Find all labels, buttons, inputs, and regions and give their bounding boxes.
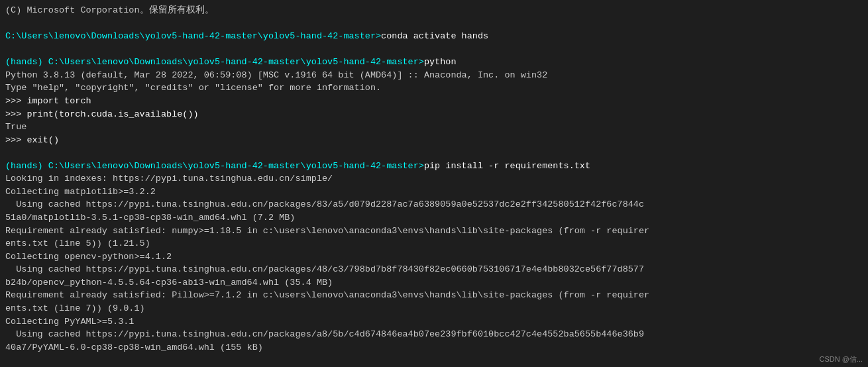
line-21: Using cached https://pypi.tuna.tsinghua.… bbox=[5, 263, 863, 276]
cmd-3: pip install -r requirements.txt bbox=[424, 161, 590, 171]
line-4 bbox=[5, 43, 863, 56]
line-11: >>> exit() bbox=[5, 134, 863, 147]
cmd-1: conda activate hands bbox=[381, 31, 488, 41]
line-19: ents.txt (line 5)) (1.21.5) bbox=[5, 237, 863, 250]
prompt-path-1: C:\Users\lenovo\Downloads\yolov5-hand-42… bbox=[5, 31, 381, 41]
line-25: Collecting PyYAML>=5.3.1 bbox=[5, 315, 863, 329]
line-27: 40a7/PyYAML-6.0-cp38-cp38-win_amd64.whl … bbox=[5, 341, 863, 354]
line-22: b24b/opencv_python-4.5.5.64-cp36-abi3-wi… bbox=[5, 276, 863, 289]
line-12 bbox=[5, 146, 863, 160]
line-20: Collecting opencv-python>=4.1.2 bbox=[5, 250, 863, 264]
line-3: C:\Users\lenovo\Downloads\yolov5-hand-42… bbox=[5, 30, 863, 43]
line-2 bbox=[5, 17, 863, 30]
line-5: (hands) C:\Users\lenovo\Downloads\yolov5… bbox=[5, 56, 863, 69]
line-18: Requirement already satisfied: numpy>=1.… bbox=[5, 225, 863, 238]
prompt-path-2: (hands) C:\Users\lenovo\Downloads\yolov5… bbox=[5, 57, 424, 67]
repl-prompt-2: >>> bbox=[5, 109, 27, 119]
repl-cmd-1: import torch bbox=[27, 96, 91, 106]
repl-prompt-1: >>> bbox=[5, 96, 27, 106]
line-16: Using cached https://pypi.tuna.tsinghua.… bbox=[5, 198, 863, 211]
line-24: ents.txt (line 7)) (9.0.1) bbox=[5, 302, 863, 315]
line-8: >>> import torch bbox=[5, 95, 863, 108]
line-9: >>> print(torch.cuda.is_available()) bbox=[5, 108, 863, 121]
cmd-2: python bbox=[424, 57, 457, 67]
terminal-window: (C) Microsoft Corporation。保留所有权利。 C:\Use… bbox=[0, 0, 868, 367]
line-13: (hands) C:\Users\lenovo\Downloads\yolov5… bbox=[5, 160, 863, 173]
repl-cmd-3: exit() bbox=[27, 135, 59, 145]
watermark: CSDN @信... bbox=[819, 354, 863, 364]
prompt-path-3: (hands) C:\Users\lenovo\Downloads\yolov5… bbox=[5, 161, 424, 171]
line-6: Python 3.8.13 (default, Mar 28 2022, 06:… bbox=[5, 69, 863, 82]
repl-prompt-3: >>> bbox=[5, 135, 27, 145]
line-23: Requirement already satisfied: Pillow>=7… bbox=[5, 289, 863, 302]
line-17: 51a0/matplotlib-3.5.1-cp38-cp38-win_amd6… bbox=[5, 211, 863, 225]
line-14: Looking in indexes: https://pypi.tuna.ts… bbox=[5, 172, 863, 185]
line-10: True bbox=[5, 121, 863, 134]
repl-cmd-2: print(torch.cuda.is_available()) bbox=[27, 109, 198, 119]
line-26: Using cached https://pypi.tuna.tsinghua.… bbox=[5, 328, 863, 341]
line-1: (C) Microsoft Corporation。保留所有权利。 bbox=[5, 4, 863, 17]
line-7: Type "help", "copyright", "credits" or "… bbox=[5, 81, 863, 95]
line-15: Collecting matplotlib>=3.2.2 bbox=[5, 185, 863, 199]
